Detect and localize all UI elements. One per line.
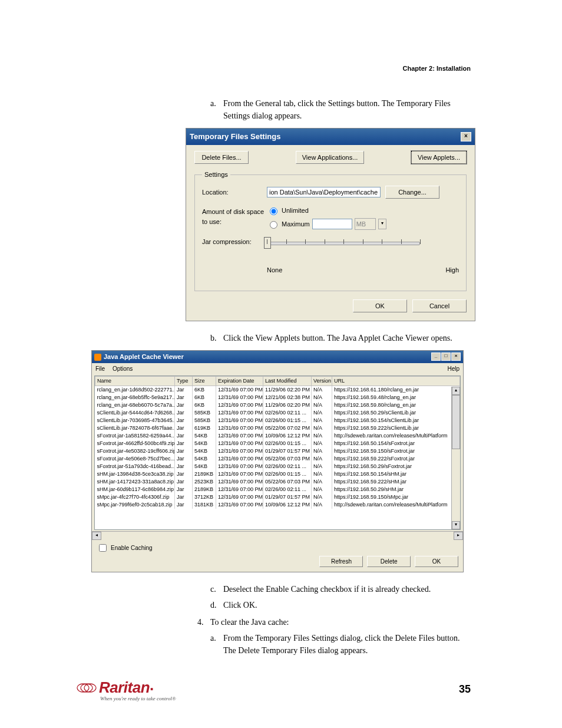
- refresh-button[interactable]: Refresh: [319, 556, 363, 567]
- cell-mod: 12/21/06 02:38 PM: [263, 394, 312, 401]
- cancel-button[interactable]: Cancel: [412, 299, 467, 313]
- table-row[interactable]: sMpc.jar-799f6ef0-2c5cab18.zipJar3181KB1…: [95, 501, 460, 509]
- cell-size: 54KB: [193, 455, 216, 463]
- step-a: a. From the General tab, click the Setti…: [210, 97, 471, 122]
- compression-slider[interactable]: [267, 237, 420, 255]
- cell-exp: 12/31/69 07:00 PM: [216, 447, 263, 455]
- close-icon[interactable]: ×: [451, 353, 461, 361]
- table-row[interactable]: sFoxtrot.jar-4e50382-19cff606.zipJar54KB…: [95, 447, 460, 455]
- cell-exp: 12/31/69 07:00 PM: [216, 486, 263, 493]
- cell-url: https://192.168.50.29/sHM.jar: [332, 486, 460, 493]
- horizontal-scrollbar[interactable]: ◂ ▸: [92, 531, 463, 540]
- ok-button[interactable]: OK: [353, 299, 407, 313]
- minimize-icon[interactable]: _: [431, 353, 441, 361]
- cache-title: Java Applet Cache Viewer: [104, 353, 184, 360]
- cell-ver: N/A: [312, 394, 332, 401]
- compression-label: Jar compression:: [202, 237, 267, 247]
- scroll-up-icon[interactable]: ▴: [452, 387, 460, 395]
- cell-type: Jar: [175, 493, 193, 501]
- cell-url: https://192.168.59.150/sFoxtrot.jar: [332, 447, 460, 455]
- delete-button[interactable]: Delete: [367, 556, 411, 567]
- table-row[interactable]: rclang_en.jar-1d68d502-222771...Jar6KB12…: [95, 386, 460, 394]
- cell-url: https://192.168.59.222/sClientLib.jar: [332, 424, 460, 432]
- step-4a: a. From the Temporary Files Settings dia…: [210, 632, 471, 657]
- menu-help[interactable]: Help: [447, 364, 459, 373]
- cell-size: 54KB: [193, 463, 216, 470]
- cell-mod: 11/29/06 02:20 PM: [263, 386, 312, 394]
- view-applets-button[interactable]: View Applets...: [411, 151, 467, 164]
- table-row[interactable]: sHM.jar-14172423-331a8ac8.zipJar2523KB12…: [95, 478, 460, 486]
- col-expiration[interactable]: Expiration Date: [216, 376, 263, 386]
- cell-exp: 12/31/69 07:00 PM: [216, 470, 263, 478]
- scroll-down-icon[interactable]: ▾: [452, 521, 460, 529]
- menubar: File Options Help: [92, 363, 463, 374]
- table-row[interactable]: sClientLib.jar-7036985-47b3645...Jar585K…: [95, 417, 460, 424]
- maximize-icon[interactable]: □: [441, 353, 451, 361]
- cache-table[interactable]: Name Type Size Expiration Date Last Modi…: [95, 376, 460, 509]
- location-input[interactable]: [267, 187, 381, 197]
- scroll-left-icon[interactable]: ◂: [92, 532, 101, 540]
- delete-files-button[interactable]: Delete Files...: [194, 151, 249, 164]
- cell-name: sHM.jar-13984d38-5ce3ca38.zip: [95, 470, 175, 478]
- cell-exp: 12/31/69 07:00 PM: [216, 424, 263, 432]
- marker-4a: a.: [210, 632, 223, 657]
- cell-ver: N/A: [312, 440, 332, 447]
- col-url[interactable]: URL: [332, 376, 460, 386]
- table-row[interactable]: sFoxtrot.jar-51a793dc-416bead...Jar54KB1…: [95, 463, 460, 470]
- marker-a: a.: [210, 97, 223, 122]
- cell-url: https://192.168.59.80/rclang_en.jar: [332, 401, 460, 409]
- cell-url: https://192.168.50.154/sHM.jar: [332, 470, 460, 478]
- cell-ver: N/A: [312, 432, 332, 440]
- vertical-scrollbar[interactable]: ▴ ▾: [451, 387, 460, 529]
- cell-mod: 02/26/00 01:15 ...: [263, 417, 312, 424]
- maximum-radio[interactable]: [270, 221, 277, 229]
- view-applications-button[interactable]: View Applications...: [296, 151, 365, 164]
- close-icon[interactable]: ×: [461, 132, 471, 141]
- cell-size: 585KB: [193, 417, 216, 424]
- cell-type: Jar: [175, 478, 193, 486]
- cell-name: sFoxtrot.jar-51a793dc-416bead...: [95, 463, 175, 470]
- cell-url: http://sdeweb.raritan.com/releases/Multi…: [332, 432, 460, 440]
- col-modified[interactable]: Last Modified: [263, 376, 312, 386]
- table-row[interactable]: sHM.jar-13984d38-5ce3ca38.zipJar2189KB12…: [95, 470, 460, 478]
- cell-name: sFoxtrot.jar-1a581582-6259a44...: [95, 432, 175, 440]
- table-row[interactable]: sFoxtrot.jar-1a581582-6259a44...Jar54KB1…: [95, 432, 460, 440]
- cell-ver: N/A: [312, 401, 332, 409]
- table-row[interactable]: sFoxtrot.jar-4e506e8-75cd7bec...Jar54KB1…: [95, 455, 460, 463]
- cell-mod: 01/29/07 01:57 PM: [263, 493, 312, 501]
- scroll-right-icon[interactable]: ▸: [454, 532, 463, 540]
- cell-size: 54KB: [193, 440, 216, 447]
- mb-label: MB: [355, 218, 376, 230]
- col-size[interactable]: Size: [193, 376, 216, 386]
- unlimited-radio[interactable]: [270, 207, 277, 215]
- cell-url: https://192.168.50.29/sClientLib.jar: [332, 409, 460, 417]
- enable-caching-label: Enable Caching: [111, 543, 153, 552]
- cell-ver: N/A: [312, 486, 332, 493]
- table-row[interactable]: sClientLib.jar-5444cd64-7d6268...Jar585K…: [95, 409, 460, 417]
- cell-type: Jar: [175, 394, 193, 401]
- enable-caching-checkbox[interactable]: [99, 544, 107, 552]
- cell-type: Jar: [175, 386, 193, 394]
- col-name[interactable]: Name: [95, 376, 175, 386]
- cell-type: Jar: [175, 409, 193, 417]
- cache-ok-button[interactable]: OK: [415, 556, 458, 567]
- table-row[interactable]: sFoxtrot.jar-4662ffd-500bc4f9.zipJar54KB…: [95, 440, 460, 447]
- col-type[interactable]: Type: [175, 376, 193, 386]
- chapter-header: Chapter 2: Installation: [402, 65, 471, 72]
- table-row[interactable]: sMpc.jar-4fc27f70-4fc4306f.zipJar3712KB1…: [95, 493, 460, 501]
- step-4: 4. To clear the Java cache:: [197, 616, 471, 628]
- cell-url: https://192.168.50.154/sFoxtrot.jar: [332, 440, 460, 447]
- table-row[interactable]: rclang_en.jar-68eb6070-5c7a7a...Jar6KB12…: [95, 401, 460, 409]
- menu-options[interactable]: Options: [113, 365, 133, 372]
- brand-tagline: When you're ready to take control®: [100, 696, 176, 701]
- cell-size: 2189KB: [193, 470, 216, 478]
- step-d: d. Click OK.: [210, 599, 471, 611]
- cell-ver: N/A: [312, 424, 332, 432]
- cell-url: https://192.168.61.180/rclang_en.jar: [332, 386, 460, 394]
- change-button[interactable]: Change...: [385, 186, 439, 199]
- menu-file[interactable]: File: [95, 365, 105, 372]
- col-version[interactable]: Version: [312, 376, 332, 386]
- table-row[interactable]: sHM.jar-60d9b117-6c86b984.zipJar2189KB12…: [95, 486, 460, 493]
- table-row[interactable]: rclang_en.jar-68eb5ffc-5e9a217...Jar6KB1…: [95, 394, 460, 401]
- table-row[interactable]: sClientLib.jar-7824078-6f67faae...Jar619…: [95, 424, 460, 432]
